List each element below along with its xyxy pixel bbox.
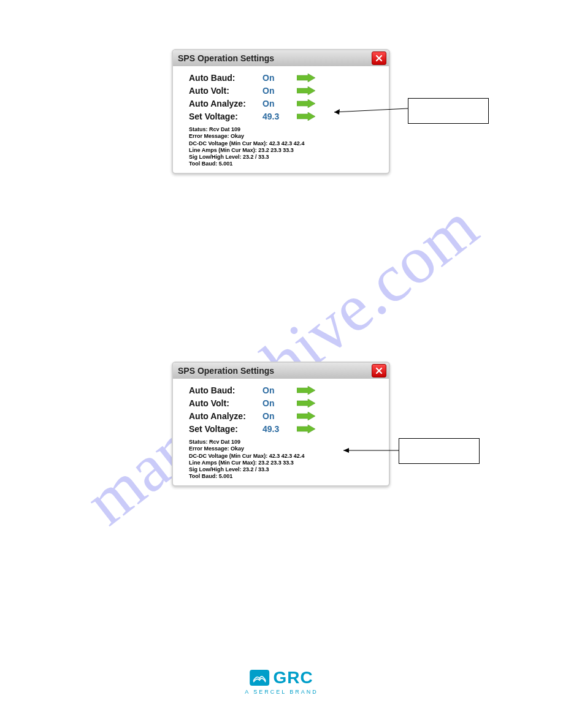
titlebar: SPS Operation Settings (173, 50, 389, 66)
arrow-right-icon (297, 112, 315, 121)
label-auto-volt: Auto Volt: (189, 398, 262, 408)
arrow-button-auto-volt[interactable] (296, 398, 316, 408)
close-icon (375, 367, 383, 374)
close-button[interactable] (372, 51, 386, 65)
row-auto-analyze: Auto Analyze: On (189, 409, 380, 422)
lineamps-line: Line Amps (Min Cur Max): 23.2 23.3 33.3 (189, 460, 380, 466)
value-set-voltage: 49.3 (262, 112, 296, 121)
value-auto-analyze: On (262, 411, 296, 421)
grc-tagline: A SERCEL BRAND (245, 689, 318, 695)
label-set-voltage: Set Voltage: (189, 424, 262, 434)
arrow-right-icon (297, 399, 315, 408)
baud-line: Tool Baud: 5.001 (189, 161, 380, 167)
error-line: Error Message: Okay (189, 133, 380, 140)
label-auto-analyze: Auto Analyze: (189, 411, 262, 421)
label-auto-analyze: Auto Analyze: (189, 99, 262, 108)
value-set-voltage: 49.3 (262, 424, 296, 434)
sig-line: Sig Low/High Level: 23.2 / 33.3 (189, 466, 380, 473)
value-auto-baud: On (262, 73, 296, 83)
value-auto-analyze: On (262, 99, 296, 108)
arrow-right-icon (297, 386, 315, 395)
label-set-voltage: Set Voltage: (189, 112, 262, 121)
arrow-button-set-voltage[interactable] (296, 424, 316, 434)
sig-line: Sig Low/High Level: 23.2 / 33.3 (189, 154, 380, 161)
callout-box-1 (408, 98, 489, 124)
status-line: Status: Rcv Dat 109 (189, 126, 380, 133)
row-auto-baud: Auto Baud: On (189, 71, 380, 84)
label-auto-baud: Auto Baud: (189, 385, 262, 395)
mountain-icon (252, 672, 267, 683)
dialog-title: SPS Operation Settings (178, 366, 274, 376)
footer-logo: GRC A SERCEL BRAND (245, 668, 318, 695)
sps-dialog-2: SPS Operation Settings Auto Baud: On Aut… (172, 362, 390, 487)
grc-logo-icon (250, 670, 269, 686)
arrow-button-auto-analyze[interactable] (296, 411, 316, 421)
close-button[interactable] (372, 364, 386, 377)
titlebar: SPS Operation Settings (173, 363, 389, 379)
label-auto-volt: Auto Volt: (189, 86, 262, 96)
svg-line-0 (334, 108, 408, 112)
arrow-button-auto-baud[interactable] (296, 73, 316, 83)
arrow-button-auto-analyze[interactable] (296, 99, 316, 108)
arrow-right-icon (297, 412, 315, 420)
callout-box-2 (399, 438, 480, 464)
close-icon (375, 55, 383, 62)
arrow-button-set-voltage[interactable] (296, 112, 316, 121)
callout-arrow-1 (331, 101, 411, 126)
label-auto-baud: Auto Baud: (189, 73, 262, 83)
callout-arrow-2 (340, 444, 402, 457)
dialog-title: SPS Operation Settings (178, 53, 274, 63)
arrow-right-icon (297, 425, 315, 433)
status-block: Status: Rcv Dat 109 Error Message: Okay … (189, 126, 380, 168)
row-auto-volt: Auto Volt: On (189, 396, 380, 409)
svg-marker-1 (334, 109, 340, 115)
baud-line: Tool Baud: 5.001 (189, 473, 380, 480)
arrow-button-auto-baud[interactable] (296, 385, 316, 395)
svg-marker-3 (343, 448, 349, 453)
arrow-right-icon (297, 99, 315, 108)
value-auto-baud: On (262, 385, 296, 395)
grc-brand-text: GRC (273, 668, 313, 688)
value-auto-volt: On (262, 398, 296, 408)
row-set-voltage: Set Voltage: 49.3 (189, 422, 380, 435)
dcdc-line: DC-DC Voltage (Min Cur Max): 42.3 42.3 4… (189, 140, 380, 147)
row-auto-volt: Auto Volt: On (189, 84, 380, 97)
value-auto-volt: On (262, 86, 296, 96)
row-auto-baud: Auto Baud: On (189, 384, 380, 396)
arrow-right-icon (297, 74, 315, 82)
arrow-right-icon (297, 86, 315, 95)
arrow-button-auto-volt[interactable] (296, 86, 316, 96)
lineamps-line: Line Amps (Min Cur Max): 23.2 23.3 33.3 (189, 147, 380, 154)
